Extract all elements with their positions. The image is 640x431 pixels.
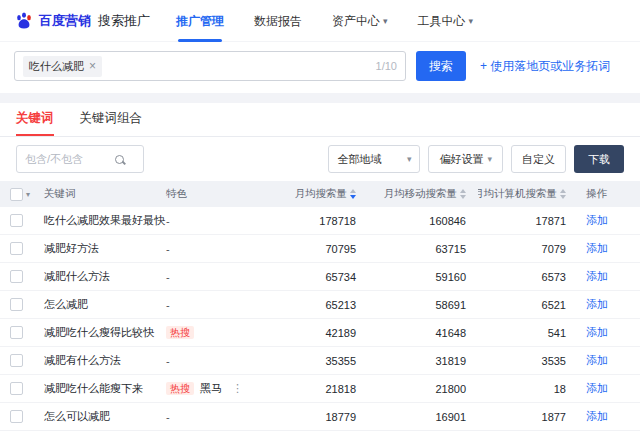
keyword-cell: 减肥吃什么能瘦下来 — [36, 381, 158, 396]
table-row[interactable]: 减肥吃什么瘦得比较快 热搜 42189 41648 541 添加 — [0, 319, 640, 347]
keyword-tag[interactable]: 吃什么减肥 × — [23, 56, 102, 77]
row-checkbox[interactable] — [10, 382, 23, 395]
sort-icon[interactable] — [560, 189, 566, 199]
feature-dash: - — [166, 243, 170, 255]
monthly-search-cell: 65734 — [268, 271, 368, 283]
add-keyword-link[interactable]: 添加 — [586, 326, 608, 338]
row-checkbox-cell — [0, 382, 36, 395]
column-keyword: 关键词 — [36, 187, 158, 201]
keyword-cell: 怎么减肥 — [36, 297, 158, 312]
add-keyword-link[interactable]: 添加 — [586, 298, 608, 310]
column-monthly-search[interactable]: 月均搜索量 — [268, 187, 368, 201]
sort-desc-active-icon[interactable] — [350, 189, 356, 199]
tab-keywords[interactable]: 关键词 — [16, 110, 54, 136]
table-row[interactable]: 减肥好方法 - 70795 63715 7079 添加 — [0, 235, 640, 263]
keyword-cell: 减肥什么方法 — [36, 269, 158, 284]
add-keyword-link[interactable]: 添加 — [586, 382, 608, 394]
feature-dash: - — [166, 355, 170, 367]
action-cell: 添加 — [578, 297, 640, 312]
nav-item-tool-center[interactable]: 工具中心 ▾ — [418, 0, 474, 42]
table-row[interactable]: 减肥有什么方法 - 35355 31819 3535 添加 — [0, 347, 640, 375]
keywords-table: ▾ 关键词 特色 月均搜索量 月均移动搜索量 月均计算机搜索量 操作 吃什么减肥… — [0, 181, 640, 431]
brand[interactable]: 百度营销 搜索推广 — [14, 11, 150, 31]
feature-cell: - — [158, 243, 268, 255]
keyword-cell: 减肥吃什么瘦得比较快 — [36, 325, 158, 340]
add-keyword-link[interactable]: 添加 — [586, 354, 608, 366]
row-checkbox[interactable] — [10, 214, 23, 227]
mobile-search-cell: 58691 — [368, 299, 478, 311]
feature-dash: - — [166, 271, 170, 283]
table-row[interactable]: 减肥什么方法 - 65734 59160 6573 添加 — [0, 263, 640, 291]
pc-search-cell: 3535 — [478, 355, 578, 367]
nav-item-promotion-management[interactable]: 推广管理 — [176, 0, 224, 42]
select-all-checkbox[interactable] — [10, 188, 23, 201]
action-cell: 添加 — [578, 381, 640, 396]
feature-dash: - — [166, 299, 170, 311]
dark-horse-label: 黑马 — [200, 382, 222, 394]
toolbar-right: 全部地域 ▾ 偏好设置 ▾ 自定义 下载 — [328, 145, 624, 173]
search-button[interactable]: 搜索 — [416, 51, 466, 81]
tab-keyword-combinations[interactable]: 关键词组合 — [80, 110, 143, 136]
more-icon[interactable]: ⋮ — [232, 382, 243, 394]
row-checkbox[interactable] — [10, 298, 23, 311]
row-checkbox[interactable] — [10, 354, 23, 367]
contain-filter-box[interactable] — [16, 145, 144, 173]
mobile-search-cell: 63715 — [368, 243, 478, 255]
monthly-search-cell: 21818 — [268, 383, 368, 395]
hot-badge: 热搜 — [166, 326, 194, 339]
top-navbar: 百度营销 搜索推广 推广管理 数据报告 资产中心 ▾ 工具中心 ▾ — [0, 0, 640, 42]
select-dropdown-caret-icon[interactable]: ▾ — [26, 190, 30, 199]
add-keyword-link[interactable]: 添加 — [586, 270, 608, 282]
feature-cell: - — [158, 299, 268, 311]
feature-cell: 热搜 — [158, 326, 268, 340]
table-row[interactable]: 减肥吃什么能瘦下来 热搜黑马⋮ 21818 21800 18 添加 — [0, 375, 640, 403]
column-pc-search[interactable]: 月均计算机搜索量 — [478, 187, 578, 201]
column-label: 月均计算机搜索量 — [478, 187, 557, 201]
baidu-logo-icon — [14, 11, 34, 31]
action-cell: 添加 — [578, 353, 640, 368]
column-mobile-search[interactable]: 月均移动搜索量 — [368, 187, 478, 201]
monthly-search-cell: 35355 — [268, 355, 368, 367]
add-keyword-link[interactable]: 添加 — [586, 214, 608, 226]
add-keyword-link[interactable]: 添加 — [586, 410, 608, 422]
add-keyword-link[interactable]: 添加 — [586, 242, 608, 254]
customize-button[interactable]: 自定义 — [511, 145, 566, 173]
row-checkbox[interactable] — [10, 410, 23, 423]
chevron-down-icon: ▾ — [487, 154, 492, 164]
monthly-search-cell: 42189 — [268, 327, 368, 339]
table-row[interactable]: 怎么减肥 - 65213 58691 6521 添加 — [0, 291, 640, 319]
mobile-search-cell: 59160 — [368, 271, 478, 283]
pc-search-cell: 1877 — [478, 411, 578, 423]
row-checkbox[interactable] — [10, 326, 23, 339]
table-row[interactable]: 吃什么减肥效果最好最快 - 178718 160846 17871 添加 — [0, 207, 640, 235]
row-checkbox-cell — [0, 354, 36, 367]
region-select[interactable]: 全部地域 ▾ — [328, 145, 420, 173]
keyword-cell: 减肥有什么方法 — [36, 353, 158, 368]
row-checkbox[interactable] — [10, 270, 23, 283]
pc-search-cell: 541 — [478, 327, 578, 339]
search-icon[interactable] — [115, 155, 124, 164]
mobile-search-cell: 160846 — [368, 215, 478, 227]
contain-filter-input[interactable] — [25, 153, 111, 165]
row-checkbox-cell — [0, 270, 36, 283]
feature-cell: - — [158, 411, 268, 423]
expand-words-link[interactable]: + 使用落地页或业务拓词 — [480, 58, 610, 75]
action-cell: 添加 — [578, 325, 640, 340]
row-checkbox[interactable] — [10, 242, 23, 255]
nav-item-data-reports[interactable]: 数据报告 — [254, 0, 302, 42]
keyword-search-input[interactable]: 吃什么减肥 × 1/10 — [14, 51, 406, 81]
nav-item-asset-center[interactable]: 资产中心 ▾ — [332, 0, 388, 42]
preference-settings-button[interactable]: 偏好设置 ▾ — [428, 145, 503, 173]
main-card: 关键词 关键词组合 全部地域 ▾ 偏好设置 ▾ 自定义 下载 ▾ 关 — [0, 103, 640, 431]
sort-icon[interactable] — [460, 189, 466, 199]
mobile-search-cell: 31819 — [368, 355, 478, 367]
download-button[interactable]: 下载 — [574, 145, 624, 173]
nav-item-label: 资产中心 — [332, 0, 380, 42]
chevron-down-icon: ▾ — [407, 154, 412, 164]
monthly-search-cell: 70795 — [268, 243, 368, 255]
pc-search-cell: 18 — [478, 383, 578, 395]
table-row[interactable]: 怎么可以减肥 - 18779 16901 1877 添加 — [0, 403, 640, 431]
tag-close-icon[interactable]: × — [89, 60, 96, 72]
tab-bar: 关键词 关键词组合 — [0, 103, 640, 137]
feature-cell: 热搜黑马⋮ — [158, 381, 268, 396]
